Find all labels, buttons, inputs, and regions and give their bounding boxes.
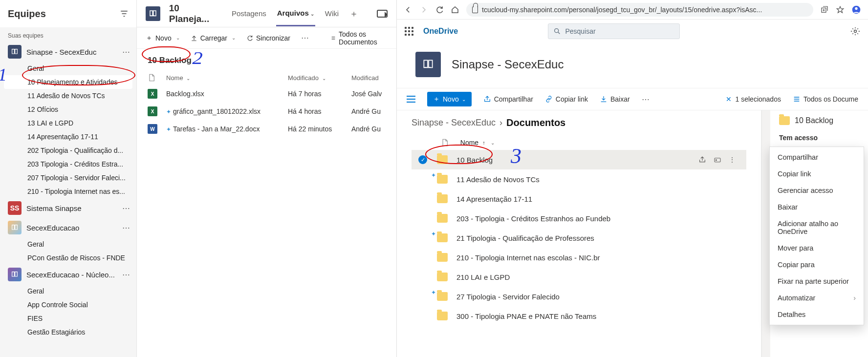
new-button[interactable]: ＋ Novo ⌄ [427, 92, 472, 106]
share-icon[interactable] [698, 156, 706, 164]
new-button[interactable]: ＋ Novo ⌄ [146, 34, 180, 42]
context-item[interactable]: Baixar [770, 199, 864, 215]
item-name: 210 LAI e LGPD [456, 273, 746, 281]
upload-button[interactable]: Carregar ⌄ [191, 34, 236, 42]
channel-item[interactable]: 203 Tipologia - Créditos Estra... [0, 157, 136, 171]
channel-item[interactable]: 14 Apresentação 17-11 [0, 130, 136, 144]
forward-icon[interactable] [419, 5, 428, 14]
view-all-docs[interactable]: Todos os Docume [793, 95, 858, 103]
add-tab-button[interactable]: ＋ [348, 0, 359, 27]
context-item[interactable]: Adicionar atalho ao OneDrive [770, 215, 864, 240]
team-row[interactable]: Sinapse - SecexEduc⋯ [0, 42, 136, 62]
list-item[interactable]: 203 - Tipologia - Créditos Estranhos ao … [412, 209, 746, 228]
context-item[interactable]: Compartilhar [770, 149, 864, 166]
burger-icon[interactable] [407, 96, 415, 103]
team-row[interactable]: SecexEducacao⋯ [0, 218, 136, 237]
list-item[interactable]: ✦21 Tipologia - Qualificação de Professo… [412, 228, 746, 248]
checkbox-icon[interactable] [418, 194, 427, 203]
checkbox-icon[interactable] [418, 312, 427, 320]
bc-current[interactable]: Documentos [506, 117, 565, 128]
address-bar[interactable]: tcucloud-my.sharepoint.com/personal/jose… [466, 3, 813, 17]
gear-icon[interactable] [850, 26, 860, 36]
channel-item[interactable]: App Controle Social [0, 298, 136, 312]
context-item[interactable]: Mover para [770, 240, 864, 256]
channel-item[interactable]: Geral [0, 237, 136, 251]
share-button[interactable]: Compartilhar [483, 95, 533, 103]
context-item[interactable]: Detalhes [770, 306, 864, 323]
file-row[interactable]: X Backlog.xlsx Há 7 horas José Galv [137, 85, 396, 103]
channel-item[interactable]: 12 Ofícios [0, 103, 136, 116]
channel-item[interactable]: Geral [0, 62, 136, 75]
list-item[interactable]: 210 - Tipologia Internet nas escolas - N… [412, 248, 746, 267]
collections-icon[interactable] [820, 5, 829, 14]
channel-item[interactable]: PCon Gestão de Riscos - FNDE [0, 251, 136, 265]
reload-icon[interactable] [435, 5, 444, 14]
checkbox-icon[interactable]: ✓ [418, 155, 427, 164]
more-button[interactable]: ⋯ [301, 33, 309, 42]
home-icon[interactable] [451, 5, 459, 14]
file-row[interactable]: X ✦gráfico_gantt_18012022.xlsx Há 4 hora… [137, 103, 396, 120]
channel-item[interactable]: FIES [0, 312, 136, 325]
list-item[interactable]: 300 - Tipologia PNAE e PNATE não Teams [412, 306, 746, 326]
app-launcher-icon[interactable] [405, 27, 413, 36]
all-docs-button[interactable]: Todos os Documentos [331, 30, 388, 46]
list-item[interactable]: ✦11 Adesão de Novos TCs [412, 169, 746, 189]
context-item[interactable]: Fixar na parte superior [770, 273, 864, 290]
checkbox-icon[interactable] [418, 175, 427, 184]
list-item[interactable]: ✦27 Tipologia - Servidor Falecido [412, 287, 746, 306]
channel-item[interactable]: 11 Adesão de Novos TCs [0, 89, 136, 103]
checkbox-icon[interactable] [418, 273, 427, 281]
list-item[interactable]: 14 Apresentação 17-11 [412, 189, 746, 209]
checkbox-icon[interactable] [418, 233, 427, 242]
meet-icon[interactable] [377, 10, 388, 18]
sync-button[interactable]: Sincronizar [246, 34, 290, 42]
checkbox-icon[interactable] [418, 292, 427, 301]
tab-wiki[interactable]: Wiki [324, 1, 340, 25]
checkbox-icon[interactable] [418, 214, 427, 223]
context-item[interactable]: Automatizar› [770, 290, 864, 306]
more-button[interactable]: ⋯ [642, 95, 650, 104]
channel-item[interactable]: 207 Tipologia - Servidor Faleci... [0, 171, 136, 185]
breadcrumb[interactable]: 10 Backlog [137, 49, 396, 70]
col-by[interactable]: Modificad [351, 74, 379, 82]
tab-files[interactable]: Arquivos⌄ [276, 1, 315, 26]
channel-item[interactable]: 13 LAI e LGPD [0, 116, 136, 130]
clear-selection-icon[interactable]: ✕ [726, 95, 732, 103]
channel-item[interactable]: 210 - Tipologia Internet nas es... [0, 185, 136, 198]
download-button[interactable]: Baixar [600, 95, 630, 103]
team-row[interactable]: SecexEducacao - Núcleo...⋯ [0, 265, 136, 284]
list-item[interactable]: 210 LAI e LGPD [412, 267, 746, 287]
folder-icon [437, 194, 448, 203]
context-item[interactable]: Gerenciar acesso [770, 182, 864, 199]
col-modified[interactable]: Modificado [288, 74, 319, 82]
col-name[interactable]: Nome [460, 139, 478, 147]
channel-item[interactable]: Geral [0, 284, 136, 298]
filter-icon[interactable] [120, 9, 129, 18]
file-row[interactable]: W ✦Tarefas - Jan a Mar_22.docx Há 22 min… [137, 120, 396, 138]
onedrive-brand[interactable]: OneDrive [423, 27, 458, 36]
channel-item[interactable]: 202 Tipologia - Qualificação d... [0, 144, 136, 157]
search-input[interactable]: Pesquisar [548, 23, 680, 39]
link-icon[interactable] [713, 156, 722, 164]
checkbox-icon[interactable] [418, 253, 427, 262]
team-more[interactable]: ⋯ [122, 270, 130, 279]
team-row[interactable]: SSSistema Sinapse⋯ [0, 198, 136, 218]
favorite-icon[interactable] [836, 5, 845, 14]
list-item[interactable]: ✓10 Backlog ⋮ [412, 150, 746, 169]
copylink-button[interactable]: Copiar link [545, 95, 588, 103]
selection-count[interactable]: ✕ 1 selecionados [726, 95, 781, 103]
channel-item[interactable]: Gestão Estagiários [0, 325, 136, 339]
context-item[interactable]: Copiar link [770, 166, 864, 182]
bc-root[interactable]: Sinapse - SecexEduc [412, 118, 496, 128]
team-more[interactable]: ⋯ [122, 47, 130, 57]
tab-posts[interactable]: Postagens [231, 1, 267, 25]
team-more[interactable]: ⋯ [122, 204, 130, 213]
context-item[interactable]: Copiar para [770, 256, 864, 273]
profile-icon[interactable] [851, 5, 861, 15]
team-more[interactable]: ⋯ [122, 223, 130, 232]
channel-item[interactable]: 10 Planejamento e Atividades [4, 75, 132, 89]
item-more[interactable]: ⋮ [729, 156, 736, 164]
new-badge: ✦ [166, 126, 171, 133]
back-icon[interactable] [404, 5, 412, 14]
col-name[interactable]: Nome [166, 74, 183, 82]
